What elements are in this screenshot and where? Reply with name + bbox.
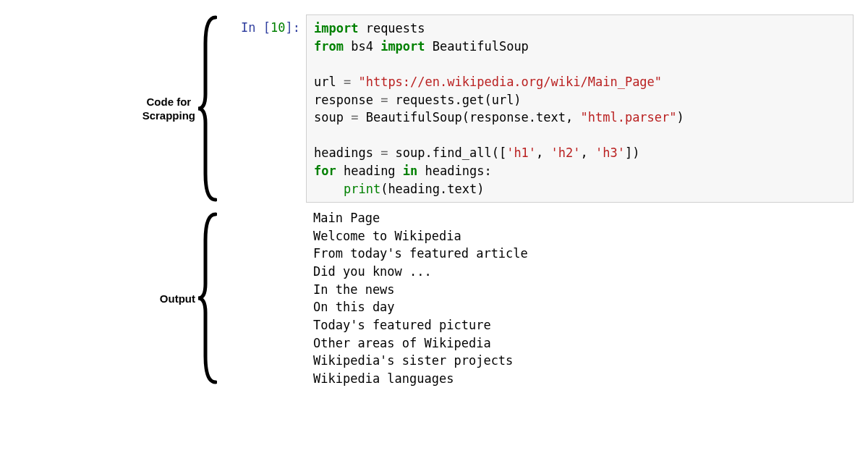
output-label: Output: [160, 292, 195, 306]
code-label-line2: Scrapping: [142, 109, 195, 123]
brace-icon: [195, 204, 217, 392]
brace-icon: [195, 14, 217, 203]
code-cell[interactable]: import requests from bs4 import Beautifu…: [306, 14, 854, 203]
input-prompt: In [10]:: [224, 14, 306, 35]
output-cell: Main Page Welcome to Wikipedia From toda…: [306, 205, 854, 392]
code-input-row: Code for Scrapping In [10]: import reque…: [58, 14, 854, 203]
code-label-line1: Code for: [142, 95, 195, 109]
output-row: Output Main Page Welcome to Wikipedia Fr…: [58, 204, 854, 392]
